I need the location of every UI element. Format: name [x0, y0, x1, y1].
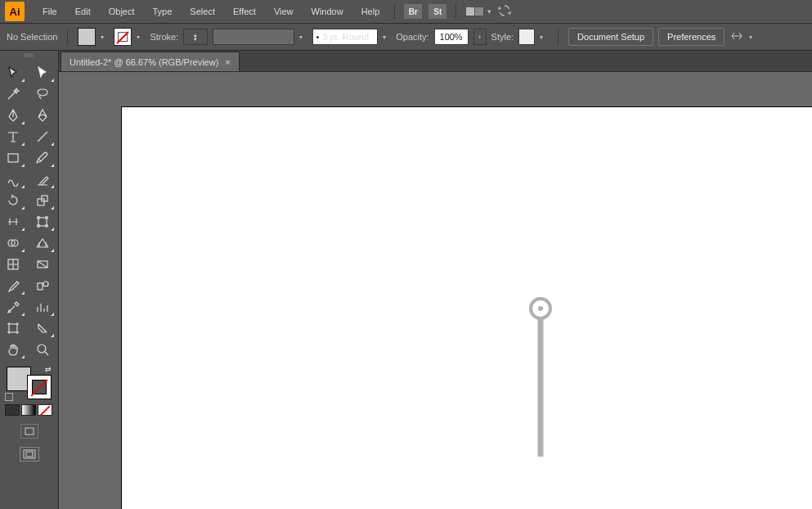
options-bar: No Selection ▾ ▾ Stroke: ▴▾ ▾ 3 pt. Roun… — [0, 24, 812, 51]
svg-rect-16 — [25, 428, 34, 435]
vw-dropdown[interactable]: ▾ — [299, 34, 307, 41]
style-dropdown[interactable]: ▾ — [540, 34, 548, 41]
brush-label: 3 pt. Round — [322, 32, 369, 42]
brush-dropdown[interactable]: ▾ — [383, 34, 391, 41]
draw-normal[interactable] — [20, 424, 38, 439]
color-mode-none[interactable] — [38, 404, 52, 416]
svg-rect-0 — [8, 154, 18, 162]
tools-panel: ⇄ — [0, 51, 59, 509]
svg-rect-14 — [9, 324, 17, 332]
gradient-tool[interactable] — [29, 254, 56, 275]
svg-rect-18 — [26, 452, 33, 457]
variable-width-profile[interactable] — [213, 29, 294, 45]
stroke-label: Stroke: — [150, 32, 178, 42]
tab-close-button[interactable]: × — [225, 57, 230, 67]
preferences-button[interactable]: Preferences — [658, 28, 725, 46]
default-fill-stroke[interactable] — [5, 393, 13, 401]
tab-title: Untitled-2* @ 66.67% (RGB/Preview) — [70, 57, 218, 67]
separator — [558, 29, 559, 44]
slice-tool[interactable] — [29, 318, 56, 339]
menu-effect[interactable]: Effect — [225, 3, 264, 20]
artwork-object[interactable] — [529, 297, 552, 320]
lasso-tool[interactable] — [29, 83, 56, 105]
fill-stroke-block: ⇄ — [5, 365, 53, 401]
menu-select[interactable]: Select — [182, 3, 223, 20]
menu-file[interactable]: File — [34, 3, 65, 20]
selection-status: No Selection — [7, 32, 57, 42]
separator — [394, 4, 395, 19]
stroke-dropdown[interactable]: ▾ — [137, 34, 145, 41]
align-to-icon[interactable] — [729, 29, 744, 45]
zoom-tool[interactable] — [29, 339, 56, 360]
fill-dropdown[interactable]: ▾ — [101, 34, 109, 41]
arrange-documents[interactable]: ▾ — [466, 7, 491, 16]
magic-wand-tool[interactable] — [0, 83, 26, 105]
blend-tool[interactable] — [29, 275, 56, 296]
line-segment-tool[interactable] — [29, 126, 56, 147]
separator — [455, 4, 456, 19]
document-tab-bar: Untitled-2* @ 66.67% (RGB/Preview) × — [0, 51, 812, 72]
symbol-sprayer-tool[interactable] — [0, 296, 26, 318]
svg-point-15 — [38, 345, 46, 353]
menu-type[interactable]: Type — [145, 3, 181, 20]
menu-window[interactable]: Window — [303, 3, 352, 20]
perspective-grid-tool[interactable] — [29, 232, 56, 254]
bridge-button[interactable]: Br — [404, 4, 422, 19]
menu-view[interactable]: View — [266, 3, 302, 20]
column-graph-tool[interactable] — [29, 296, 56, 318]
sync-settings-icon[interactable] — [496, 3, 513, 20]
shape-builder-tool[interactable] — [0, 232, 26, 254]
opacity-label: Opacity: — [396, 32, 428, 42]
paintbrush-tool[interactable] — [29, 147, 56, 169]
mesh-tool[interactable] — [0, 254, 26, 275]
app-logo: Ai — [5, 2, 25, 21]
menu-object[interactable]: Object — [101, 3, 143, 20]
svg-rect-12 — [38, 283, 43, 290]
panel-grip[interactable] — [13, 53, 46, 57]
opacity-arrow[interactable]: › — [473, 29, 487, 45]
svg-point-13 — [43, 282, 48, 286]
curvature-tool[interactable] — [29, 105, 56, 126]
eraser-tool[interactable] — [29, 169, 56, 190]
swap-fill-stroke[interactable]: ⇄ — [45, 365, 52, 373]
menu-edit[interactable]: Edit — [67, 3, 99, 20]
stroke-swatch[interactable] — [114, 28, 132, 46]
artboard-tool[interactable] — [0, 318, 26, 339]
document-setup-button[interactable]: Document Setup — [568, 28, 653, 46]
fill-swatch[interactable] — [78, 28, 96, 46]
svg-rect-1 — [38, 199, 44, 205]
menu-bar: Ai File Edit Object Type Select Effect V… — [0, 0, 812, 24]
eyedropper-tool[interactable] — [0, 275, 26, 296]
artboard[interactable] — [121, 106, 812, 509]
brush-definition[interactable]: 3 pt. Round — [312, 29, 378, 45]
screen-mode-button[interactable] — [20, 447, 39, 462]
shaper-tool[interactable] — [0, 169, 26, 190]
rectangle-tool[interactable] — [0, 147, 26, 169]
color-mode-gradient[interactable] — [21, 404, 36, 416]
scale-tool[interactable] — [29, 190, 56, 211]
stroke-weight-stepper[interactable]: ▴▾ — [183, 29, 208, 45]
stroke-color[interactable] — [27, 375, 52, 399]
document-tab[interactable]: Untitled-2* @ 66.67% (RGB/Preview) × — [61, 52, 240, 71]
rotate-tool[interactable] — [0, 190, 26, 211]
svg-rect-3 — [38, 218, 47, 226]
pen-tool[interactable] — [0, 105, 26, 126]
width-tool[interactable] — [0, 211, 26, 232]
selection-tool[interactable] — [0, 62, 26, 83]
menu-help[interactable]: Help — [353, 3, 388, 20]
type-tool[interactable] — [0, 126, 26, 147]
opacity-field[interactable]: 100% — [434, 29, 469, 45]
separator — [67, 29, 68, 44]
stock-button[interactable]: St — [428, 4, 446, 19]
hand-tool[interactable] — [0, 339, 26, 360]
graphic-style-swatch[interactable] — [518, 29, 535, 45]
align-dropdown[interactable]: ▾ — [749, 34, 757, 41]
free-transform-tool[interactable] — [29, 211, 56, 232]
direct-selection-tool[interactable] — [29, 62, 56, 83]
color-mode-solid[interactable] — [5, 404, 20, 416]
style-label: Style: — [491, 32, 514, 42]
canvas-area[interactable] — [59, 72, 812, 509]
